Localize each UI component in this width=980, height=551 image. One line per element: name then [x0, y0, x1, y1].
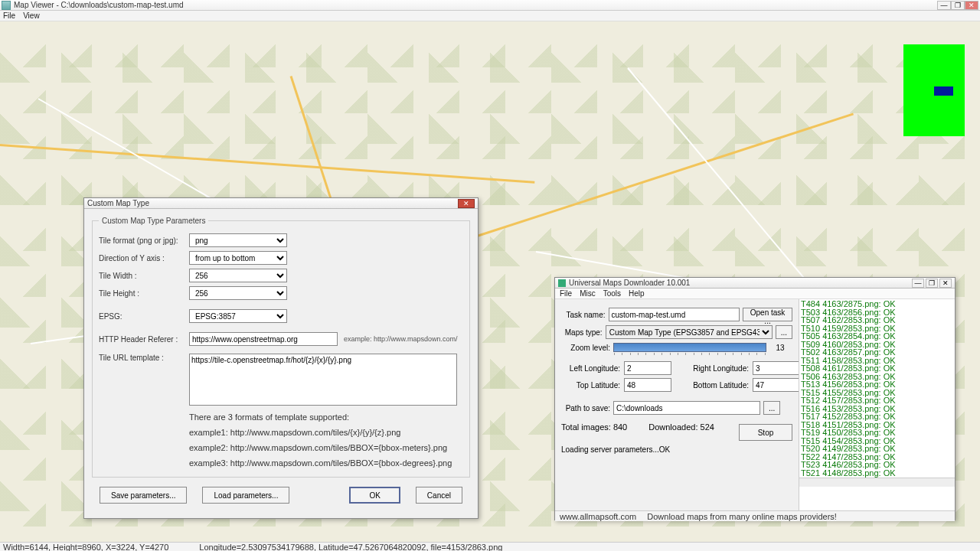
window-buttons: — ❐ ✕	[937, 1, 978, 10]
referer-label: HTTP Header Referer :	[99, 335, 189, 344]
cancel-button[interactable]: Cancel	[416, 487, 462, 504]
right-lon-label: Right Longitude:	[675, 364, 751, 373]
log-line: T484 4163/2875.png: OK	[801, 300, 953, 308]
window-title: Map Viewer - C:\downloads\custom-map-tes…	[14, 1, 937, 9]
tile-format-label: Tile format (png or jpg):	[99, 236, 189, 245]
minimap-overlay	[903, 44, 965, 136]
stop-button[interactable]: Stop	[739, 424, 792, 441]
umd-menu-file[interactable]: File	[560, 289, 572, 298]
cmt-legend: Custom Map Type Parameters	[99, 217, 208, 225]
zoom-level-value: 13	[769, 344, 791, 352]
downloaded-text: Downloaded: 524	[648, 422, 714, 442]
footer-tagline: Download maps from many online maps prov…	[647, 512, 837, 521]
log-line: T517 4152/2853.png: OK	[801, 412, 953, 421]
umd-title: Universal Maps Downloader 10.001	[569, 279, 910, 287]
umd-log-panel: T484 4163/2875.png: OKT503 4163/2856.png…	[799, 299, 955, 510]
tile-width-select[interactable]: 256	[189, 269, 287, 282]
minimap-viewport	[934, 86, 953, 96]
cmt-parameters-group: Custom Map Type Parameters Tile format (…	[92, 217, 470, 478]
log-line: T520 4149/2853.png: OK	[801, 445, 953, 453]
umd-close-button[interactable]: ✕	[939, 279, 952, 288]
ok-button[interactable]: OK	[349, 487, 400, 504]
maps-type-more-button[interactable]: ...	[776, 325, 792, 339]
url-template-textarea[interactable]: https://tile-c.openstreetmap.fr/hot/{z}/…	[189, 354, 457, 406]
referer-hint: example: http://www.mapsdown.com/	[344, 335, 458, 343]
umd-window: Universal Maps Downloader 10.001 — ❐ ✕ F…	[554, 277, 956, 520]
umd-maximize-button[interactable]: ❐	[926, 279, 938, 288]
maximize-button[interactable]: ❐	[951, 1, 965, 10]
umd-form-panel: Task name: Open task ... Maps type: Cust…	[555, 299, 799, 510]
log-line: T505 4163/2854.png: OK	[801, 332, 953, 341]
y-direction-label: Direction of Y axis :	[99, 254, 189, 262]
log-line: T507 4162/2853.png: OK	[801, 316, 953, 324]
app-icon	[2, 1, 11, 10]
log-scrollbar[interactable]	[799, 478, 955, 487]
top-lat-input[interactable]	[624, 378, 671, 392]
cmt-titlebar[interactable]: Custom Map Type ✕	[84, 198, 478, 209]
umd-menu-tools[interactable]: Tools	[603, 289, 621, 298]
custom-map-type-dialog: Custom Map Type ✕ Custom Map Type Parame…	[83, 197, 479, 519]
menu-view[interactable]: View	[23, 11, 40, 20]
tile-height-label: Tile Height :	[99, 289, 189, 298]
log-line: T508 4161/2853.png: OK	[801, 364, 953, 373]
path-browse-button[interactable]: ...	[763, 401, 780, 415]
maps-type-label: Maps type:	[561, 328, 606, 337]
total-images-text: Total images: 840	[561, 422, 627, 442]
zoom-level-label: Zoom level:	[561, 344, 613, 352]
umd-menu-help[interactable]: Help	[629, 289, 645, 298]
log-line: T502 4163/2857.png: OK	[801, 348, 953, 357]
log-line: T512 4157/2853.png: OK	[801, 396, 953, 405]
umd-titlebar[interactable]: Universal Maps Downloader 10.001 — ❐ ✕	[555, 278, 955, 289]
umd-menubar: File Misc Tools Help	[555, 289, 955, 299]
log-line: T513 4156/2853.png: OK	[801, 380, 953, 389]
zoom-level-slider[interactable]	[613, 343, 766, 352]
left-lon-input[interactable]	[624, 361, 671, 375]
menu-file[interactable]: File	[3, 11, 15, 20]
main-statusbar: Width=6144, Height=8960, X=3224, Y=4270 …	[0, 542, 980, 551]
left-lon-label: Left Longitude:	[561, 364, 622, 373]
cmt-close-icon[interactable]: ✕	[458, 199, 475, 208]
footer-url: www.allmapsoft.com	[560, 512, 636, 521]
status-dimensions: Width=6144, Height=8960, X=3224, Y=4270	[3, 543, 168, 552]
download-log[interactable]: T484 4163/2875.png: OKT503 4163/2856.png…	[799, 299, 955, 478]
umd-statusbar: www.allmapsoft.com Download maps from ma…	[555, 510, 955, 521]
epsg-label: EPSG:	[99, 312, 189, 321]
task-name-label: Task name:	[561, 311, 609, 319]
bot-lat-input[interactable]	[753, 378, 800, 392]
tile-height-select[interactable]: 256	[189, 286, 287, 300]
right-lon-input[interactable]	[753, 361, 800, 375]
y-direction-select[interactable]: from up to bottom	[189, 251, 287, 265]
maps-type-select[interactable]: Custom Map Type (EPSG3857 and EPSG4326 s…	[606, 325, 773, 339]
tile-width-label: Tile Width :	[99, 272, 189, 280]
umd-menu-misc[interactable]: Misc	[580, 289, 596, 298]
path-input[interactable]	[613, 401, 760, 415]
tile-format-select[interactable]: png	[189, 233, 287, 247]
epsg-select[interactable]: EPSG:3857	[189, 309, 287, 323]
load-parameters-button[interactable]: Load parameters...	[202, 487, 289, 504]
umd-app-icon	[558, 279, 566, 287]
log-line: T519 4150/2853.png: OK	[801, 429, 953, 437]
referer-input[interactable]	[189, 332, 338, 346]
task-name-input[interactable]	[609, 308, 740, 321]
template-examples: There are 3 formats of template supporte…	[189, 409, 463, 471]
top-lat-label: Top Latitude:	[561, 381, 622, 390]
main-titlebar: Map Viewer - C:\downloads\custom-map-tes…	[0, 0, 980, 11]
cmt-title: Custom Map Type	[87, 199, 458, 207]
log-line: T523 4146/2853.png: OK	[801, 461, 953, 469]
open-task-button[interactable]: Open task ...	[743, 308, 792, 321]
status-coordinates: Longitude=2.53097534179688, Latitude=47.…	[199, 543, 502, 552]
path-label: Path to save:	[561, 404, 613, 412]
main-menubar: File View	[0, 11, 980, 21]
close-button[interactable]: ✕	[965, 1, 978, 10]
url-template-label: Tile URL template :	[99, 354, 189, 362]
bot-lat-label: Bottom Latitude:	[675, 381, 751, 390]
minimize-button[interactable]: —	[937, 1, 951, 10]
save-parameters-button[interactable]: Save parameters...	[100, 487, 187, 504]
loading-status: Loading server parameters...OK	[561, 445, 792, 454]
log-line: T521 4148/2853.png: OK	[801, 469, 953, 478]
umd-minimize-button[interactable]: —	[912, 279, 924, 288]
